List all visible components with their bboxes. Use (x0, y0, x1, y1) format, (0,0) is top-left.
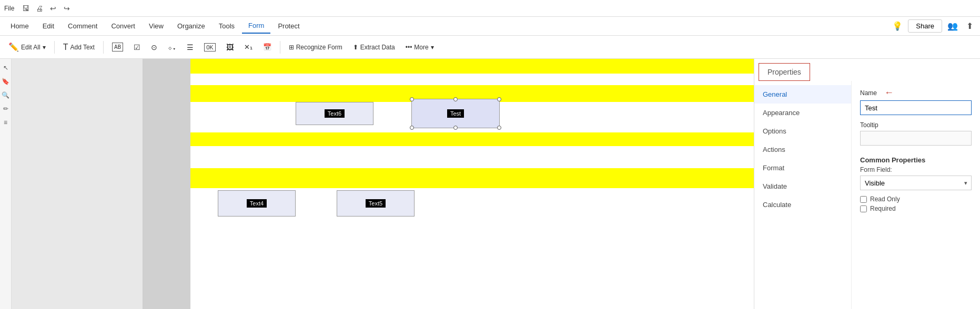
sidebar-tool-edit[interactable]: ✏ (1, 104, 11, 114)
form-field-label: Form Field: (860, 166, 972, 173)
edit-all-button[interactable]: ✏️ Edit All ▾ (4, 39, 50, 56)
text6-field[interactable]: Text6 (296, 102, 373, 125)
left-sidebar: ↖ 🔖 🔍 ✏ ≡ (0, 59, 12, 309)
page-panel (12, 59, 143, 309)
title-bar-left: File (4, 5, 14, 12)
handle-bm[interactable] (453, 126, 458, 130)
read-only-checkbox[interactable] (860, 196, 867, 203)
prop-nav-calculate[interactable]: Calculate (754, 195, 851, 214)
read-only-row: Read Only (860, 195, 972, 203)
dropdown-button[interactable]: ⬦▾ (164, 39, 180, 56)
text4-field[interactable]: Text4 (218, 190, 296, 217)
name-label: Name (860, 89, 877, 97)
yellow-bar-4 (190, 168, 754, 188)
menu-bar: Home Edit Comment Convert View Organize … (0, 17, 980, 36)
text4-label: Text4 (247, 199, 267, 208)
sidebar-tool-layers[interactable]: ≡ (1, 118, 11, 127)
handle-tl[interactable] (410, 97, 414, 101)
toolbar-sep-2 (103, 41, 104, 54)
add-text-button[interactable]: T Add Text (59, 39, 99, 56)
menu-organize[interactable]: Organize (171, 19, 211, 34)
sidebar-tool-arrow[interactable]: ↖ (1, 63, 11, 73)
yellow-bar-1 (190, 59, 754, 74)
menu-comment[interactable]: Comment (62, 19, 104, 34)
properties-nav: General Appearance Options Actions Forma… (754, 81, 852, 309)
menu-home[interactable]: Home (4, 19, 35, 34)
page-content: Text6 Test Text4 Text5 (190, 59, 754, 309)
undo-icon[interactable]: ↩ (48, 3, 58, 14)
upload-icon[interactable]: ⬆ (963, 20, 976, 33)
recognize-form-icon: ⊞ (289, 44, 294, 51)
dropdown-arrow-icon: ▾ (43, 44, 46, 51)
prop-nav-appearance[interactable]: Appearance (754, 104, 851, 122)
required-checkbox[interactable] (860, 205, 867, 212)
list-button[interactable]: ☰ (183, 39, 198, 56)
handle-bl[interactable] (410, 126, 414, 130)
handle-tr[interactable] (497, 97, 501, 101)
prop-nav-format[interactable]: Format (754, 159, 851, 177)
edit-icon: ✏️ (8, 42, 19, 52)
toolbar-sep-1 (54, 41, 55, 54)
radio-button[interactable]: ⊙ (147, 39, 161, 56)
menu-tools[interactable]: Tools (213, 19, 241, 34)
name-input[interactable] (860, 100, 972, 115)
prop-nav-validate[interactable]: Validate (754, 177, 851, 195)
menu-edit[interactable]: Edit (36, 19, 60, 34)
prop-nav-general[interactable]: General (754, 85, 851, 104)
sidebar-tool-bookmark[interactable]: 🔖 (1, 77, 11, 86)
properties-header: Properties (759, 63, 810, 81)
date-button[interactable]: 📅 (259, 39, 276, 56)
text-icon: T (63, 43, 68, 52)
tooltip-label: Tooltip (860, 121, 878, 129)
required-row: Required (860, 205, 972, 212)
test-label: Test (447, 109, 464, 118)
canvas-area[interactable]: Text6 Test Text4 Text5 (143, 59, 754, 309)
checkbox-button[interactable]: ☑ (129, 39, 145, 56)
text5-field[interactable]: Text5 (337, 190, 415, 217)
form-field-select[interactable]: Visible Hidden No Print Invisible (860, 176, 972, 190)
main-layout: ↖ 🔖 🔍 ✏ ≡ Text6 Test (0, 59, 980, 309)
prop-nav-options[interactable]: Options (754, 122, 851, 140)
print-icon[interactable]: 🖨 (34, 3, 45, 14)
image-button[interactable]: 🖼 (222, 39, 238, 56)
right-panel: Properties General Appearance Options Ac… (754, 59, 980, 309)
sidebar-tool-search[interactable]: 🔍 (1, 90, 11, 100)
share-button[interactable]: Share (908, 19, 942, 33)
common-props-title: Common Properties (860, 156, 972, 164)
tooltip-input[interactable] (860, 131, 972, 146)
name-label-row: Name ← (860, 87, 972, 98)
toolbar-sep-3 (280, 41, 280, 54)
text5-label: Text5 (366, 199, 386, 208)
formula-button[interactable]: ✕₁ (240, 39, 257, 56)
more-icon: ••• (406, 44, 412, 51)
recognize-form-button[interactable]: ⊞ Recognize Form (285, 39, 347, 56)
users-icon[interactable]: 👥 (946, 20, 959, 33)
extract-data-button[interactable]: ⬆ Extract Data (349, 39, 399, 56)
text-field-button[interactable]: AB (108, 39, 127, 56)
file-label: File (4, 5, 14, 12)
form-field-select-wrapper: Visible Hidden No Print Invisible ▾ (860, 176, 972, 190)
ok-button[interactable]: 0K (200, 39, 219, 56)
tooltip-label-row: Tooltip (860, 121, 972, 129)
more-button[interactable]: ••• More ▾ (401, 39, 438, 56)
toolbar: ✏️ Edit All ▾ T Add Text AB ☑ ⊙ ⬦▾ ☰ 0K … (0, 36, 980, 59)
save-icon[interactable]: 🖫 (21, 3, 31, 14)
title-bar: File 🖫 🖨 ↩ ↪ (0, 0, 980, 17)
test-field[interactable]: Test (411, 99, 500, 128)
text6-label: Text6 (325, 109, 345, 118)
menu-form[interactable]: Form (242, 19, 270, 34)
lightbulb-icon[interactable]: 💡 (891, 20, 904, 33)
redo-icon[interactable]: ↪ (62, 3, 72, 14)
extract-icon: ⬆ (353, 44, 358, 51)
arrow-indicator: ← (884, 87, 894, 98)
yellow-bar-3 (190, 132, 754, 146)
handle-tm[interactable] (453, 97, 458, 101)
menu-view[interactable]: View (143, 19, 170, 34)
properties-content: General Appearance Options Actions Forma… (754, 81, 980, 309)
handle-br[interactable] (497, 126, 501, 130)
prop-nav-actions[interactable]: Actions (754, 140, 851, 159)
menu-convert[interactable]: Convert (105, 19, 142, 34)
properties-detail: Name ← Tooltip Common Properties Form Fi… (852, 81, 980, 309)
menu-protect[interactable]: Protect (271, 19, 306, 34)
title-bar-icons: 🖫 🖨 ↩ ↪ (21, 3, 72, 14)
